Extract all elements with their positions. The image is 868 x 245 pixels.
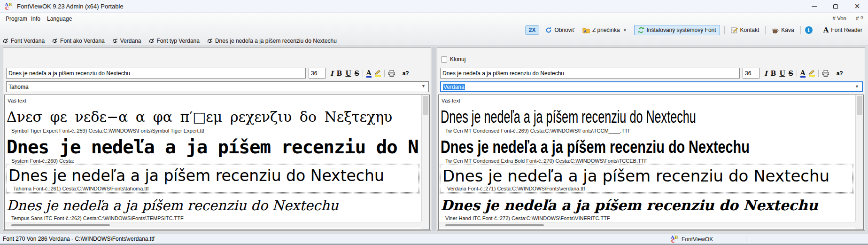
status-separator [746,236,746,242]
refresh-icon [545,27,552,33]
pencil-icon [375,70,381,75]
bold-button[interactable]: B [771,70,776,77]
tab-label: Font Verdana [11,38,45,44]
char-inspect-button[interactable]: a? [837,70,843,77]
tab-label: Verdana [120,38,141,44]
strikethrough-button[interactable]: S [355,70,359,77]
brand-label: FontViewOK [682,236,713,243]
tab-font-ako-verdana[interactable]: Font ako Verdana [52,38,105,44]
bold-button[interactable]: B [337,70,342,77]
coffee-button[interactable]: Káva [770,26,796,34]
underline-button[interactable]: U [345,70,351,77]
format-separator [818,70,819,77]
tab-sentence[interactable]: Dnes je nedeľa a ja píšem recenziu do Ne… [207,38,337,44]
format-separator [797,70,797,77]
pane-splitter[interactable] [432,47,436,231]
font-preview-icon [112,38,118,44]
left-format-toolbar: I B U S A a? [330,68,409,79]
right-font-size-input[interactable] [743,68,760,79]
font-reader-button[interactable]: A Font Reader [822,25,864,35]
clone-checkbox[interactable]: Klonuj [441,56,465,63]
font-list-row[interactable]: Dnes je nedeľa a ja píšem recenziu do Ne… [7,136,419,165]
window-controls: × [803,0,868,13]
font-preview: Dnes je nedeľa a ja píšem recenziu do Ne… [441,195,853,215]
right-font-combobox[interactable]: Verdana ▼ [440,81,863,92]
maximize-button[interactable] [825,0,846,13]
toolbar-separator [817,26,817,34]
font-path-label: Verdana Font-č.:271) Cesta:C:\WINDOWS\Fo… [442,186,852,191]
from-folder-dropdown-icon[interactable]: ▼ [622,28,628,32]
highlight-color-bar [809,75,815,77]
highlight-button[interactable] [375,70,381,77]
folder-icon: A [582,27,590,33]
vertical-scrollbar[interactable] [421,95,429,222]
font-list-row-selected[interactable]: Dnes je nedeľa a ja píšem recenziu do Ne… [441,165,853,193]
tabsbar: Font Verdana Font ako Verdana Verdana Fo… [0,36,868,46]
installed-system-font-button[interactable]: Inštalovaný systémový Font [634,25,720,35]
menu-program[interactable]: Program [4,15,29,23]
italic-button[interactable]: I [330,70,333,77]
font-preview-icon [149,38,155,44]
font-list-row[interactable]: Dnes je nedeľa a ja píšem recenziu do Ne… [441,105,853,135]
font-list-row-selected[interactable]: Dnes je nedeľa a ja píšem recenziu do Ne… [7,165,419,193]
highlight-button[interactable] [809,70,815,77]
left-font-combobox[interactable]: Tahoma ▼ [6,81,429,92]
checkbox-icon[interactable] [441,56,447,63]
underline-button[interactable]: U [779,70,785,77]
toolbar-separator [800,26,801,34]
minimize-button[interactable] [803,0,825,13]
tab-font-verdana[interactable]: Font Verdana [3,38,45,44]
menu-language[interactable]: Language [45,15,74,23]
font-reader-icon: A [823,26,829,34]
italic-button[interactable]: I [764,70,767,77]
contact-button[interactable]: Kontakt [729,26,761,34]
font-list-row[interactable]: Dnes je nedeľa a ja píšem recenziu do Ne… [441,195,853,222]
app-icon: ABC [5,2,13,10]
print-button[interactable] [388,70,395,77]
scrollbar-thumb[interactable] [11,224,110,226]
vertical-scrollbar[interactable] [855,95,863,222]
font-path-label: Tempus Sans ITC Font-č.:262) Cesta:C:\WI… [7,215,419,221]
zoom-2x-button[interactable]: 2X [525,25,540,35]
scrollbar-thumb[interactable] [445,224,544,226]
format-separator [363,70,363,77]
close-button[interactable]: × [846,0,868,13]
print-button[interactable] [822,70,829,77]
strikethrough-button[interactable]: S [789,70,793,77]
status-font-info: Font 270 Von 286 Verdana - C:\WINDOWS\Fo… [3,236,155,242]
menu-info[interactable]: Info [29,15,42,23]
titlebar: ABC FontViewOK 9.23 Admin (x64) Portable… [0,0,868,13]
font-color-button[interactable]: A [366,70,372,78]
font-preview-icon [207,38,213,44]
installed-system-font-label: Inštalovaný systémový Font [647,27,716,33]
font-color-button[interactable]: A [800,70,806,78]
char-inspect-button[interactable]: a? [403,70,409,77]
info-icon[interactable]: i [805,26,813,34]
svg-text:A: A [584,29,587,33]
scrollbar-thumb[interactable] [423,96,428,115]
coffee-label: Káva [781,27,794,33]
scrollbar-thumb[interactable] [857,96,862,115]
font-preview: Δνεσ φε νεδε−α α φα π′□εμ ρεχενζιυ δο Νε… [7,105,419,128]
right-font-list: Váš text Dnes je nedeľa a ja píšem recen… [438,95,864,230]
tab-font-typ-verdana[interactable]: Font typ Verdana [149,38,200,44]
font-list-row[interactable]: Dnes je nedeľa a ja píšem recenziu do Ne… [441,136,853,165]
font-list-row[interactable]: Dnes je nedeľa a ja píšem recenziu do Ne… [7,195,419,222]
contact-icon [731,27,738,33]
font-path-label: System Font-č.:260) Cesta: [7,158,419,164]
contact-label: Kontakt [740,27,760,33]
right-font-name: Verdana [443,84,465,90]
font-list-row[interactable]: Δνεσ φε νεδε−α α φα π′□εμ ρεχενζιυ δο Νε… [7,105,419,135]
tab-verdana[interactable]: Verdana [112,38,141,44]
maximize-icon [833,4,838,9]
left-sample-text-input[interactable] [6,68,306,79]
horizontal-scrollbar[interactable] [5,222,422,228]
format-separator [384,70,385,77]
refresh-button[interactable]: Obnoviť [543,26,576,34]
from-folder-button[interactable]: A Z priečinka ▼ [581,26,630,34]
right-sample-text-input[interactable] [440,68,740,79]
scrollbar-corner [421,221,429,229]
horizontal-scrollbar[interactable] [439,222,856,228]
left-font-size-input[interactable] [309,68,326,79]
window-title: FontViewOK 9.23 Admin (x64) Portable [17,3,124,10]
